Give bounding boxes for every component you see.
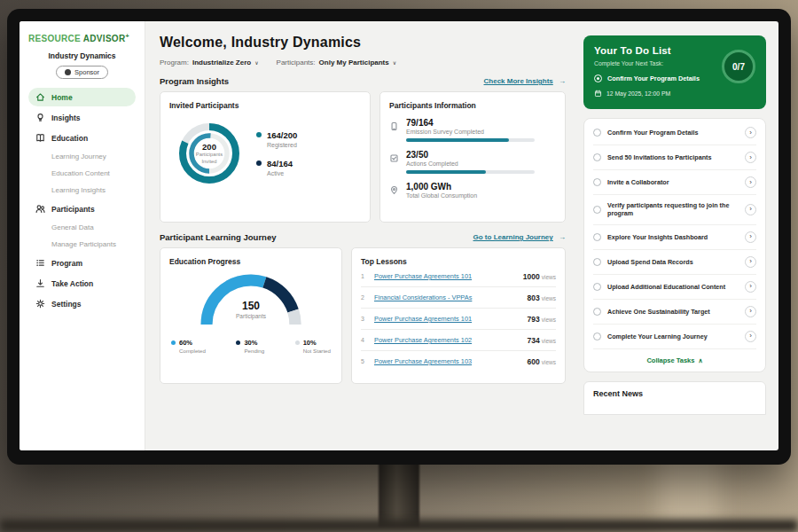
sidebar-item-education-content[interactable]: Education Content (28, 166, 136, 181)
sidebar-item-learning-insights[interactable]: Learning Insights (28, 183, 136, 198)
filter-bar: Program: Industrialize Zero ∨ Participan… (160, 59, 566, 66)
chevron-right-icon[interactable]: › (745, 306, 756, 317)
checkbox-icon[interactable] (593, 178, 601, 186)
sidebar-item-insights[interactable]: Insights (28, 108, 136, 127)
stat-label: Total Global Consumption (406, 192, 477, 199)
legend-dot (256, 132, 262, 137)
task-label: Explore Your Insights Dashboard (607, 233, 739, 241)
task-row[interactable]: Verify participants requesting to join t… (593, 195, 756, 225)
filter-value: Only My Participants (319, 59, 389, 66)
legend-item-completed: 60% Completed (171, 339, 206, 354)
todo-next-task[interactable]: Confirm Your Program Details (594, 74, 718, 82)
lesson-link[interactable]: Power Purchase Agreements 101 (374, 315, 521, 323)
check-more-insights-link[interactable]: Check More Insights → (484, 77, 566, 85)
checkbox-icon[interactable] (593, 153, 601, 161)
legend-value: 60% (179, 339, 206, 347)
sidebar-item-general-data[interactable]: General Data (28, 220, 136, 235)
lesson-row[interactable]: 3 Power Purchase Agreements 101 793views (361, 309, 556, 330)
task-row[interactable]: Invite a Collaborator › (593, 170, 756, 195)
gear-icon (35, 299, 45, 309)
sponsor-badge-label: Sponsor (74, 68, 99, 76)
chevron-right-icon[interactable]: › (745, 176, 756, 188)
program-filter-dropdown[interactable]: Program: Industrialize Zero ∨ (160, 59, 259, 66)
sidebar-item-take-action[interactable]: Take Action (28, 274, 136, 293)
legend-label: Not Started (303, 348, 331, 354)
lesson-row[interactable]: 2 Financial Considerations - VPPAs 803vi… (361, 287, 556, 309)
download-icon (35, 278, 45, 288)
sidebar-item-label: Manage Participants (51, 240, 116, 248)
sidebar-item-label: Settings (51, 300, 82, 309)
sidebar-item-program[interactable]: Program (28, 254, 136, 272)
lesson-views: 734views (528, 336, 556, 345)
chevron-right-icon[interactable]: › (745, 256, 756, 268)
sidebar-item-home[interactable]: Home (28, 88, 136, 106)
section-title: Program Insights (160, 76, 229, 86)
lesson-views: 793views (528, 315, 556, 324)
legend-value: 10% (303, 339, 331, 347)
task-label: Upload Additional Educational Content (607, 283, 739, 291)
todo-due-label: 12 May 2025, 12:00 PM (606, 90, 670, 97)
task-row[interactable]: Upload Additional Educational Content › (593, 275, 756, 300)
logo-part2: ADVISOR (83, 34, 126, 43)
checkbox-icon[interactable] (593, 283, 601, 291)
progress-fill (406, 170, 486, 174)
sponsor-badge[interactable]: Sponsor (56, 66, 108, 79)
task-row[interactable]: Achieve One Sustainability Target › (593, 300, 756, 325)
checkbox-icon[interactable] (593, 206, 601, 214)
go-to-learning-journey-link[interactable]: Go to Learning Journey → (473, 233, 566, 241)
task-label: Confirm Your Program Details (607, 129, 739, 137)
lesson-views: 1000views (523, 272, 556, 281)
lesson-rank: 4 (361, 337, 368, 343)
checkbox-icon[interactable] (593, 129, 601, 137)
task-label: Achieve One Sustainability Target (607, 308, 739, 316)
task-row[interactable]: Explore Your Insights Dashboard › (593, 225, 756, 250)
desk-edge (0, 520, 798, 532)
legend-item-active: 84/164 Active (256, 159, 297, 176)
chevron-right-icon[interactable]: › (745, 281, 756, 293)
checkbox-icon[interactable] (593, 233, 601, 241)
lesson-link[interactable]: Power Purchase Agreements 103 (374, 357, 521, 365)
lesson-row[interactable]: 1 Power Purchase Agreements 101 1000view… (361, 266, 556, 287)
stat-actions-completed: 23/50 Actions Completed (389, 150, 556, 174)
survey-icon (389, 119, 399, 129)
task-row[interactable]: Confirm Your Program Details › (593, 121, 756, 145)
lesson-link[interactable]: Financial Considerations - VPPAs (374, 293, 521, 301)
task-row[interactable]: Complete Your Learning Journey › (593, 325, 756, 349)
task-row[interactable]: Upload Spend Data Records › (593, 250, 756, 275)
logo-plus: + (125, 33, 129, 39)
sidebar-item-learning-journey[interactable]: Learning Journey (28, 149, 136, 164)
checkbox-icon[interactable] (593, 258, 601, 266)
task-row[interactable]: Send 50 Invitations to Participants › (593, 145, 756, 170)
task-label: Send 50 Invitations to Participants (607, 153, 739, 161)
chevron-right-icon[interactable]: › (745, 152, 756, 163)
participants-filter-dropdown[interactable]: Participants: Only My Participants ∨ (277, 59, 397, 66)
todo-next-task-label: Confirm Your Program Details (607, 74, 700, 82)
sidebar-item-label: General Data (51, 223, 94, 231)
stat-emission-survey: 79/164 Emission Survey Completed (389, 118, 556, 142)
collapse-up-icon: ∧ (698, 357, 702, 364)
legend-label: Pending (244, 348, 264, 354)
chevron-right-icon[interactable]: › (745, 231, 756, 243)
lesson-rank: 2 (361, 294, 368, 301)
monitor-stand (379, 458, 419, 527)
checkbox-icon[interactable] (593, 308, 601, 316)
sidebar-item-settings[interactable]: Settings (28, 294, 136, 313)
lesson-row[interactable]: 4 Power Purchase Agreements 102 734views (361, 330, 556, 351)
sidebar-item-education[interactable]: Education (28, 129, 136, 147)
lesson-link[interactable]: Power Purchase Agreements 102 (374, 336, 521, 344)
collapse-tasks-link[interactable]: Collapse Tasks∧ (593, 349, 756, 372)
sidebar-item-manage-participants[interactable]: Manage Participants (28, 237, 136, 252)
sidebar-item-label: Take Action (51, 279, 93, 288)
sidebar-item-participants[interactable]: Participants (28, 200, 136, 218)
todo-summary-card: Your To Do List Complete Your Next Task:… (583, 35, 766, 109)
lesson-row[interactable]: 5 Power Purchase Agreements 103 600views (361, 351, 556, 372)
stat-label: Emission Survey Completed (406, 129, 535, 135)
stat-value: 1,000 GWh (406, 182, 477, 192)
chevron-right-icon[interactable]: › (745, 204, 756, 215)
lesson-views: 600views (528, 357, 556, 366)
chevron-right-icon[interactable]: › (745, 331, 756, 342)
chevron-right-icon[interactable]: › (745, 127, 756, 138)
lesson-link[interactable]: Power Purchase Agreements 101 (374, 272, 517, 280)
checkbox-icon[interactable] (593, 332, 601, 340)
stat-value: 79/164 (406, 118, 535, 128)
